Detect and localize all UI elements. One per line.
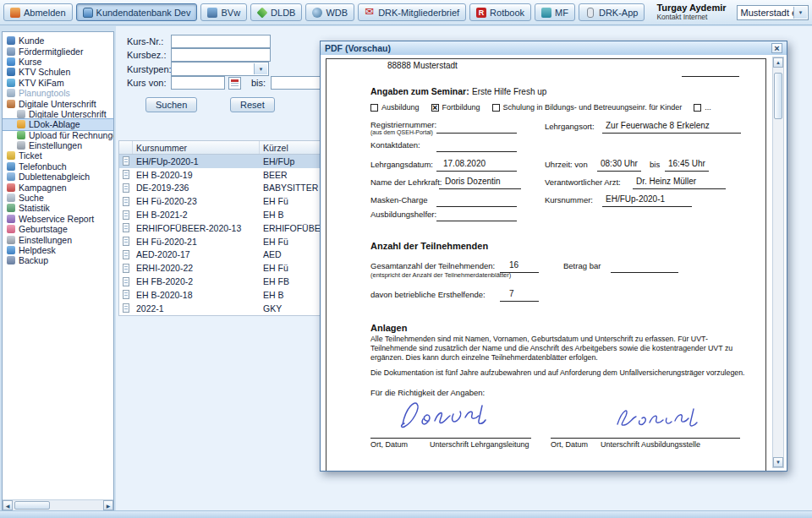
sidebar-item-label: Telefonbuch xyxy=(19,161,67,172)
sidebar-item-label: LDok-Ablage xyxy=(29,119,80,129)
cell-kursnummer: EH B-2020-19 xyxy=(133,170,260,180)
header-kursnummer[interactable]: Kursnummer xyxy=(133,141,260,154)
close-icon[interactable] xyxy=(771,43,782,53)
pdf-page: 88888 Musterstadt Angaben zum Seminar: E… xyxy=(326,58,766,471)
pdf-uhrzeit-bis-label: bis xyxy=(650,160,660,169)
pdf-checkbox-group: Fortbildung xyxy=(431,103,480,112)
pdf-signature-line-left xyxy=(370,437,531,439)
cell-kursnummer: AED-2020-17 xyxy=(133,249,260,259)
pdf-sig-left-unterschrift: Unterschrift Lehrgangsleitung xyxy=(430,440,529,449)
sidebar-item[interactable]: Backup xyxy=(3,255,113,265)
sidebar-item[interactable]: Suche xyxy=(3,193,113,203)
toolbar-button[interactable]: Abmelden xyxy=(3,3,73,21)
pdf-partial-field-line xyxy=(682,75,739,77)
sidebar-item-label: Einstellungen xyxy=(29,140,82,150)
toolbar-button[interactable]: BVw xyxy=(200,3,247,21)
pdf-registriernummer-label: Registriernummer: xyxy=(370,120,436,129)
sidebar-item-label: Dublettenabgleich xyxy=(19,172,90,182)
signature-ausbildungsstelle xyxy=(612,401,714,434)
scroll-up-icon[interactable] xyxy=(773,57,783,68)
sidebar-item-label: KTV KiFam xyxy=(19,78,64,88)
phone-icon xyxy=(7,162,15,171)
sidebar-item[interactable]: Kampagnen xyxy=(3,182,113,192)
sidebar-item[interactable]: Dublettenabgleich xyxy=(3,172,113,182)
signature-icon xyxy=(7,100,15,108)
sidebar-item[interactable]: KTV Schulen xyxy=(3,67,113,77)
organization-select[interactable]: Musterstadt e.V. xyxy=(737,5,809,20)
pdf-sig-right-unterschrift: Unterschrift Ausbildungsstelle xyxy=(601,440,700,449)
header-icon-column[interactable] xyxy=(119,141,133,154)
kurs-von-label: Kurs von: xyxy=(127,78,169,88)
pdf-vscrollbar[interactable] xyxy=(772,57,784,468)
sidebar-item[interactable]: Helpdesk xyxy=(3,245,113,255)
kurs-bis-input[interactable] xyxy=(271,76,325,90)
kurs-von-input[interactable] xyxy=(171,76,225,90)
sidebar-item[interactable]: Kunde xyxy=(3,35,113,46)
calendar-icon[interactable] xyxy=(228,77,241,90)
reset-button[interactable]: Reset xyxy=(230,97,275,112)
course-doc-icon xyxy=(123,277,129,286)
toolbar-button[interactable]: Kundendatenbank Dev xyxy=(76,3,198,21)
sidebar-item[interactable]: Geburtstage xyxy=(3,224,113,234)
sidebar-item[interactable]: Fördermitglieder xyxy=(3,46,113,56)
sidebar-item[interactable]: LDok-Ablage xyxy=(3,119,113,129)
pdf-masken-charge-label: Masken-Charge xyxy=(370,195,428,204)
suchen-button[interactable]: Suchen xyxy=(145,97,197,112)
sidebar-item[interactable]: Digitale Unterschrift xyxy=(3,109,113,119)
scroll-right-icon[interactable] xyxy=(103,500,113,510)
sidebar-item[interactable]: Telefonbuch xyxy=(3,161,113,172)
sidebar-item[interactable]: Upload für Rechnungen xyxy=(3,130,113,140)
upload-icon xyxy=(17,131,25,139)
sidebar-item[interactable]: Einstellungen xyxy=(3,234,113,244)
pdf-vscroll-thumb[interactable] xyxy=(774,73,782,119)
report-icon xyxy=(7,215,15,223)
toolbar-button-label: Abmelden xyxy=(24,8,66,18)
modal-titlebar[interactable]: PDF (Vorschau) xyxy=(321,41,787,56)
status-bar xyxy=(0,510,812,518)
bvw-icon xyxy=(207,8,217,18)
sidebar-hscroll-thumb[interactable] xyxy=(14,501,50,510)
course-doc-icon xyxy=(123,237,129,246)
toolbar-button[interactable]: Rotbook xyxy=(469,3,531,21)
pdf-anlagen-para1: Alle Teilnehmenden sind mit Namen, Vorna… xyxy=(370,335,746,363)
pdf-sender-city: 88888 Musterstadt xyxy=(387,61,458,70)
customer-icon xyxy=(7,36,15,45)
pdf-lehrkraft-value: Doris Dozentin xyxy=(445,177,501,186)
kurstypen-select[interactable] xyxy=(171,62,269,76)
sidebar-hscroll-track[interactable] xyxy=(13,500,103,510)
scroll-left-icon[interactable] xyxy=(3,500,13,510)
sidebar-item-label: Helpdesk xyxy=(19,245,56,255)
pdf-checkbox-group: Schulung in Bildungs- und Betreuungseinr… xyxy=(492,103,683,112)
toolbar-button[interactable]: DLDB xyxy=(250,3,302,21)
toolbar-button[interactable]: DRK-App xyxy=(579,3,645,21)
pdf-gesamt-label: Gesamtanzahl der Teilnehmenden: xyxy=(370,261,495,270)
sidebar-item[interactable]: Kurse xyxy=(3,57,113,67)
pdf-lehrgangsdatum-label: Lehrgangsdatum: xyxy=(370,160,433,169)
sidebar-item-label: Webservice Report xyxy=(19,214,94,224)
toolbar-button[interactable]: DRK-Mitgliederbrief xyxy=(358,3,466,21)
sidebar-item[interactable]: Ticket xyxy=(3,150,113,161)
folder-icon xyxy=(17,120,25,128)
pdf-anlagen-heading: Anlagen xyxy=(370,323,407,333)
toolbar-button[interactable]: MF xyxy=(535,3,575,21)
pdf-uhrzeit-von-value: 08:30 Uhr xyxy=(601,159,638,168)
sidebar-item[interactable]: Digitale Unterschrift xyxy=(3,98,113,108)
kurs-nr-input[interactable] xyxy=(171,35,271,48)
kursbez-input[interactable] xyxy=(171,48,271,62)
sidebar-item[interactable]: Einstellungen xyxy=(3,140,113,150)
logout-icon xyxy=(10,8,20,18)
sidebar-item[interactable]: Statistik xyxy=(3,203,113,213)
sidebar-item[interactable]: Planungtools xyxy=(3,88,113,98)
gear-icon xyxy=(7,236,15,244)
toolbar-button[interactable]: WDB xyxy=(305,3,354,21)
sidebar-item[interactable]: KTV KiFam xyxy=(3,78,113,88)
sidebar-item[interactable]: Webservice Report xyxy=(3,214,113,224)
members-icon xyxy=(7,47,15,56)
sidebar-item-label: Backup xyxy=(19,255,48,265)
pdf-kursnummer-line xyxy=(602,205,692,207)
app-icon xyxy=(587,8,594,18)
cell-kursnummer: DE-2019-236 xyxy=(133,183,260,193)
toolbar-button-label: DRK-App xyxy=(599,8,638,18)
scroll-down-icon[interactable] xyxy=(773,457,783,467)
sidebar-hscrollbar[interactable] xyxy=(3,499,113,510)
